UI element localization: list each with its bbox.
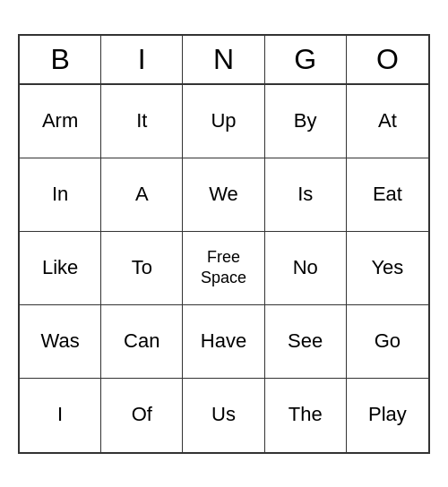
cell-4-4[interactable]: Play (347, 379, 428, 452)
bingo-card: B I N G O Arm It Up By At In A We Is Eat… (18, 34, 430, 454)
cell-3-0[interactable]: Was (20, 305, 101, 379)
cell-2-4[interactable]: Yes (347, 232, 428, 305)
cell-2-0[interactable]: Like (20, 232, 101, 305)
cell-2-1[interactable]: To (101, 232, 183, 305)
cell-2-2-free-space[interactable]: Free Space (183, 232, 264, 305)
cell-3-4[interactable]: Go (347, 305, 428, 379)
cell-0-4[interactable]: At (347, 85, 428, 158)
cell-4-2[interactable]: Us (183, 379, 264, 452)
bingo-grid: Arm It Up By At In A We Is Eat Like To F… (20, 85, 428, 452)
header-n: N (183, 36, 264, 83)
cell-4-3[interactable]: The (265, 379, 347, 452)
cell-1-3[interactable]: Is (265, 158, 347, 232)
cell-3-2[interactable]: Have (183, 305, 264, 379)
cell-1-2[interactable]: We (183, 158, 264, 232)
cell-0-1[interactable]: It (101, 85, 183, 158)
cell-0-2[interactable]: Up (183, 85, 264, 158)
cell-1-1[interactable]: A (101, 158, 183, 232)
cell-3-3[interactable]: See (265, 305, 347, 379)
header-b: B (20, 36, 101, 83)
cell-2-3[interactable]: No (265, 232, 347, 305)
header-o: O (347, 36, 428, 83)
header-i: I (101, 36, 183, 83)
cell-1-4[interactable]: Eat (347, 158, 428, 232)
cell-4-1[interactable]: Of (101, 379, 183, 452)
bingo-header: B I N G O (20, 36, 428, 85)
header-g: G (265, 36, 347, 83)
cell-0-0[interactable]: Arm (20, 85, 101, 158)
cell-0-3[interactable]: By (265, 85, 347, 158)
cell-1-0[interactable]: In (20, 158, 101, 232)
cell-4-0[interactable]: I (20, 379, 101, 452)
cell-3-1[interactable]: Can (101, 305, 183, 379)
